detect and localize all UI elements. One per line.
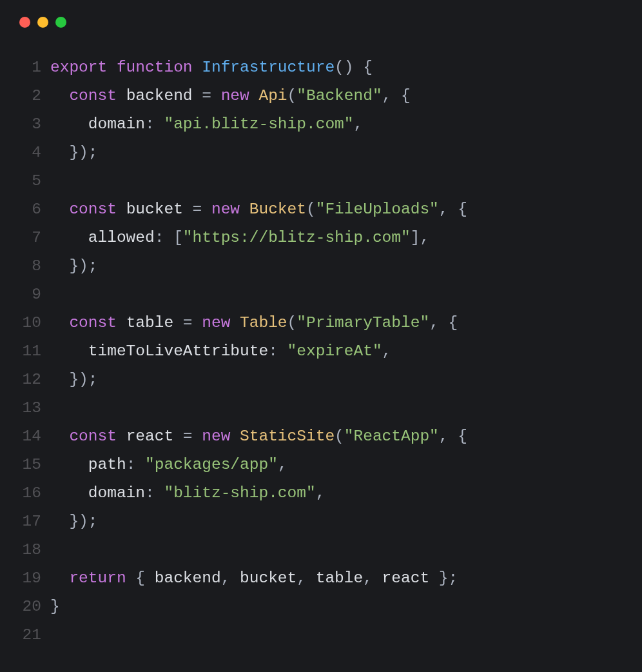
code-token: Table [240, 314, 287, 331]
code-window: 1export function Infrastructure() {2 con… [0, 0, 642, 664]
code-line: 1export function Infrastructure() { [14, 54, 628, 82]
code-line: 20} [14, 593, 628, 621]
line-number: 14 [14, 422, 50, 451]
code-token: , [354, 115, 364, 133]
window-close-icon[interactable] [19, 17, 30, 28]
code-token [183, 201, 193, 218]
code-token [50, 371, 69, 388]
code-token: ) [79, 513, 88, 530]
code-token [391, 87, 401, 104]
code-token: } [69, 371, 79, 388]
code-token: path [88, 456, 126, 473]
code-line: 2 const backend = new Api("Backend", { [14, 82, 628, 110]
code-token [117, 87, 126, 104]
code-token: new [202, 428, 230, 445]
code-line: 9 [14, 281, 628, 309]
code-token: { [135, 569, 145, 587]
code-token [173, 314, 183, 331]
code-token: ; [88, 257, 98, 275]
code-token: ; [88, 513, 98, 530]
code-token: , [382, 87, 392, 104]
code-token: "Backend" [297, 87, 382, 104]
code-token [50, 484, 88, 502]
code-line: 7 allowed: ["https://blitz-ship.com"], [14, 224, 628, 252]
code-token: timeToLiveAttribute [88, 342, 268, 360]
code-token: ] [411, 229, 420, 246]
code-token: allowed [88, 229, 155, 246]
code-token [449, 428, 458, 445]
line-number: 21 [14, 621, 50, 649]
code-token: { [363, 59, 373, 76]
code-token: "expireAt" [287, 342, 382, 360]
code-token [211, 87, 221, 104]
line-number: 13 [14, 394, 50, 422]
code-token [107, 59, 117, 76]
line-number: 5 [14, 167, 50, 195]
code-token: ( [287, 314, 297, 331]
code-token: ( [335, 59, 344, 76]
code-line: 10 const table = new Table("PrimaryTable… [14, 309, 628, 337]
code-line: 8 }); [14, 252, 628, 281]
code-content: }); [50, 366, 98, 394]
code-token: ) [79, 144, 88, 161]
code-token [230, 314, 240, 331]
code-token: { [401, 87, 411, 104]
code-token: ( [306, 201, 316, 218]
line-number: 7 [14, 224, 50, 252]
code-token [202, 201, 211, 218]
code-token: { [458, 428, 467, 445]
code-content: allowed: ["https://blitz-ship.com"], [50, 224, 429, 252]
code-token: } [439, 569, 449, 587]
code-token: function [117, 59, 193, 76]
line-number: 9 [14, 281, 50, 309]
code-token: table [126, 314, 174, 331]
code-token: = [183, 314, 193, 331]
code-content: const react = new StaticSite("ReactApp",… [50, 422, 467, 451]
code-token [50, 513, 69, 530]
code-token: , [429, 314, 439, 331]
code-token: , [297, 569, 306, 587]
code-token: = [193, 201, 202, 218]
code-token: export [50, 59, 107, 76]
code-token: react [126, 428, 174, 445]
line-number: 6 [14, 195, 50, 224]
code-line: 6 const bucket = new Bucket("FileUploads… [14, 195, 628, 224]
code-token [230, 428, 240, 445]
code-token [50, 314, 69, 331]
code-editor[interactable]: 1export function Infrastructure() {2 con… [14, 54, 628, 649]
code-line: 17 }); [14, 508, 628, 536]
code-token: backend [155, 569, 221, 587]
code-token: : [155, 229, 164, 246]
code-content: }); [50, 252, 98, 281]
code-line: 3 domain: "api.blitz-ship.com", [14, 110, 628, 139]
code-token: : [145, 115, 155, 133]
window-minimize-icon[interactable] [37, 17, 48, 28]
code-token: { [458, 201, 467, 218]
code-token [135, 456, 145, 473]
line-number: 4 [14, 139, 50, 167]
code-token [429, 569, 439, 587]
code-token [50, 229, 88, 246]
code-token: const [69, 314, 117, 331]
code-token: ) [79, 371, 88, 388]
code-line: 15 path: "packages/app", [14, 451, 628, 479]
code-token: , [382, 342, 392, 360]
code-token: ; [88, 371, 98, 388]
code-token [50, 201, 69, 218]
window-zoom-icon[interactable] [55, 17, 66, 28]
code-token: const [69, 201, 117, 218]
code-content: const backend = new Api("Backend", { [50, 82, 411, 110]
code-token: } [69, 144, 79, 161]
code-content: export function Infrastructure() { [50, 54, 373, 82]
code-token [193, 87, 202, 104]
code-token [164, 229, 173, 246]
code-line: 12 }); [14, 366, 628, 394]
line-number: 3 [14, 110, 50, 139]
code-token [155, 484, 164, 502]
code-token: ( [335, 428, 344, 445]
code-token: table [316, 569, 364, 587]
code-token: ; [88, 144, 98, 161]
code-token: new [202, 314, 230, 331]
code-token: : [268, 342, 278, 360]
code-token: , [439, 428, 449, 445]
